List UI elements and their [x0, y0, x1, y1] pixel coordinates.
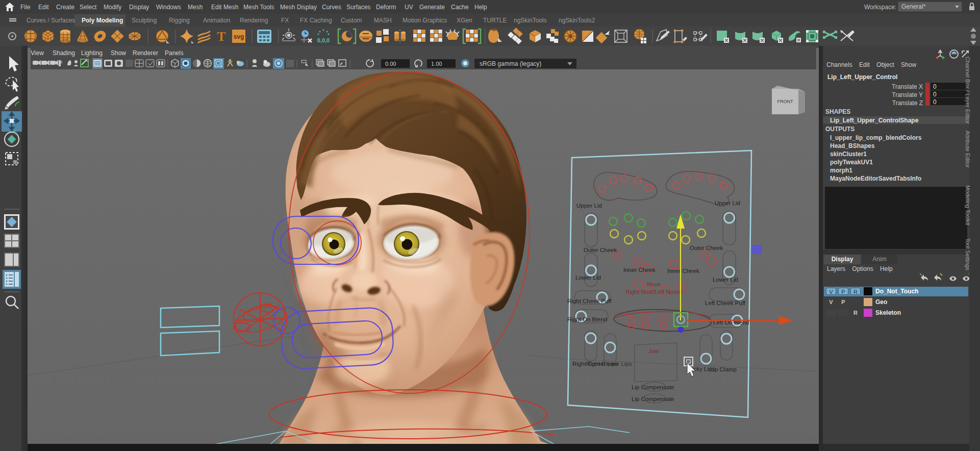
svg-text:Inner Cheek: Inner Cheek: [667, 268, 699, 274]
svg-text:Lower Lid: Lower Lid: [575, 274, 601, 281]
svg-text:Right Cheek Puff: Right Cheek Puff: [567, 298, 612, 304]
svg-text:sRGB gamma (legacy): sRGB gamma (legacy): [480, 60, 541, 67]
svg-text:0: 0: [933, 98, 937, 106]
svg-text:1.00: 1.00: [431, 61, 442, 67]
svg-text:Right Oo Blend: Right Oo Blend: [567, 316, 607, 322]
svg-text:Lower Lid: Lower Lid: [713, 277, 738, 283]
svg-text:FRONT: FRONT: [777, 99, 793, 104]
svg-text:Nose: Nose: [647, 281, 661, 287]
svg-text:Translate Y: Translate Y: [892, 91, 923, 98]
svg-text:0,0,0: 0,0,0: [317, 37, 330, 43]
svg-text:Translate Z: Translate Z: [892, 99, 923, 107]
svg-text:Lip Compensate: Lip Compensate: [632, 396, 674, 402]
svg-text:Lip Clamp: Lip Clamp: [710, 366, 737, 372]
svg-text:0: 0: [933, 91, 937, 98]
svg-text:Inner Cheek: Inner Cheek: [623, 267, 656, 273]
svg-text:svg: svg: [234, 33, 244, 40]
svg-text:Outer Cheek: Outer Cheek: [690, 245, 723, 251]
svg-text:Translate X: Translate X: [892, 83, 923, 90]
svg-text:0.00: 0.00: [385, 61, 396, 67]
svg-text:Lip Compensate: Lip Compensate: [632, 384, 674, 390]
svg-text:T: T: [217, 29, 225, 44]
svg-text:0: 0: [933, 83, 937, 90]
svg-text:Upper Lid: Upper Lid: [576, 203, 602, 209]
svg-text:Jaw: Jaw: [648, 348, 659, 354]
svg-text:Left Cheek Puff: Left Cheek Puff: [705, 300, 746, 306]
svg-text:Upper Lid: Upper Lid: [715, 200, 740, 206]
svg-text:Right Corner Lips: Right Corner Lips: [586, 361, 632, 367]
svg-text:Right Nost/Left Nostril: Right Nost/Left Nostril: [625, 289, 683, 295]
svg-text:Outer Cheek: Outer Cheek: [584, 247, 617, 253]
